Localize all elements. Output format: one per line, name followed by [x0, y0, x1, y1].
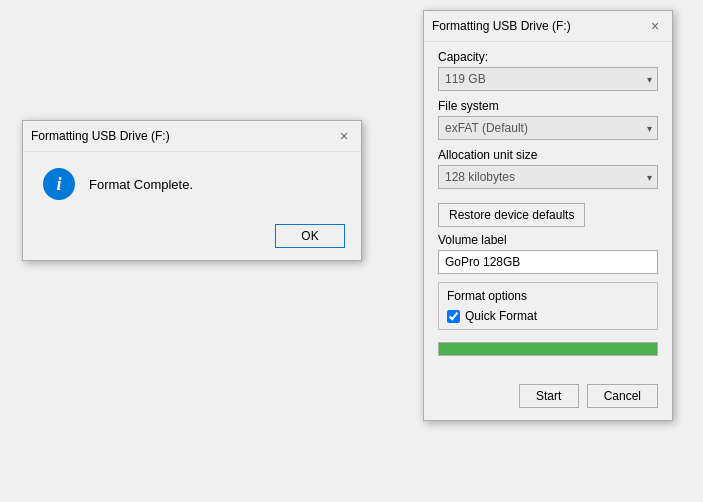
volume-label-label: Volume label — [438, 233, 658, 247]
complete-message: Format Complete. — [89, 177, 193, 192]
info-icon: i — [43, 168, 75, 200]
format-dialog-titlebar: Formatting USB Drive (F:) × — [424, 11, 672, 42]
progress-container — [438, 342, 658, 356]
ok-button[interactable]: OK — [275, 224, 345, 248]
format-dialog: Formatting USB Drive (F:) × Capacity: 11… — [423, 10, 673, 421]
filesystem-group: File system exFAT (Default) — [438, 99, 658, 140]
format-dialog-body: Capacity: 119 GB File system exFAT (Defa… — [424, 42, 672, 376]
capacity-select-wrapper: 119 GB — [438, 67, 658, 91]
filesystem-select[interactable]: exFAT (Default) — [438, 116, 658, 140]
cancel-button[interactable]: Cancel — [587, 384, 658, 408]
allocation-select-wrapper: 128 kilobytes — [438, 165, 658, 189]
complete-dialog-titlebar: Formatting USB Drive (F:) × — [23, 121, 361, 152]
filesystem-select-wrapper: exFAT (Default) — [438, 116, 658, 140]
capacity-group: Capacity: 119 GB — [438, 50, 658, 91]
complete-dialog-body: i Format Complete. — [23, 152, 361, 216]
allocation-label: Allocation unit size — [438, 148, 658, 162]
quick-format-label: Quick Format — [465, 309, 537, 323]
format-dialog-footer: Start Cancel — [424, 376, 672, 420]
start-button[interactable]: Start — [519, 384, 579, 408]
progress-bar — [439, 343, 657, 355]
complete-dialog-title: Formatting USB Drive (F:) — [31, 129, 170, 143]
format-close-button[interactable]: × — [646, 17, 664, 35]
filesystem-label: File system — [438, 99, 658, 113]
quick-format-checkbox[interactable] — [447, 310, 460, 323]
allocation-group: Allocation unit size 128 kilobytes — [438, 148, 658, 189]
format-options-group: Format options Quick Format — [438, 282, 658, 330]
format-options-title: Format options — [447, 289, 649, 303]
complete-dialog-footer: OK — [23, 216, 361, 260]
volume-label-input[interactable] — [438, 250, 658, 274]
capacity-label: Capacity: — [438, 50, 658, 64]
complete-dialog: Formatting USB Drive (F:) × i Format Com… — [22, 120, 362, 261]
quick-format-row: Quick Format — [447, 309, 649, 323]
allocation-select[interactable]: 128 kilobytes — [438, 165, 658, 189]
capacity-select[interactable]: 119 GB — [438, 67, 658, 91]
complete-close-button[interactable]: × — [335, 127, 353, 145]
restore-defaults-button[interactable]: Restore device defaults — [438, 203, 585, 227]
volume-label-group: Volume label — [438, 233, 658, 274]
format-dialog-title: Formatting USB Drive (F:) — [432, 19, 571, 33]
